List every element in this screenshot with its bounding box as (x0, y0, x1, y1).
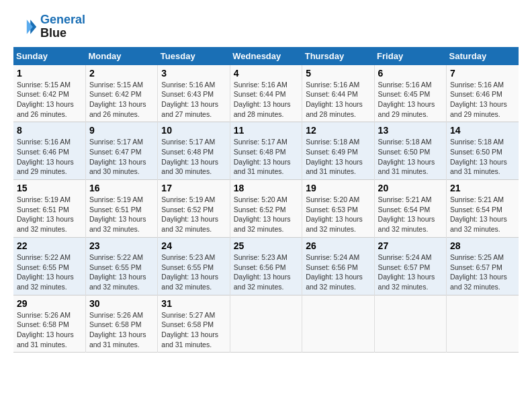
day-info: Sunrise: 5:26 AM Sunset: 6:58 PM Dayligh… (17, 310, 82, 350)
day-number: 15 (17, 183, 82, 193)
calendar-cell: 24 Sunrise: 5:23 AM Sunset: 6:55 PM Dayl… (158, 237, 230, 295)
calendar-cell: 31 Sunrise: 5:27 AM Sunset: 6:58 PM Dayl… (158, 295, 230, 353)
day-number: 3 (161, 68, 226, 79)
day-info: Sunrise: 5:23 AM Sunset: 6:56 PM Dayligh… (234, 253, 298, 292)
day-info: Sunrise: 5:22 AM Sunset: 6:55 PM Dayligh… (17, 253, 82, 292)
day-number: 21 (450, 183, 515, 193)
day-info: Sunrise: 5:21 AM Sunset: 6:54 PM Dayligh… (450, 195, 515, 234)
day-info: Sunrise: 5:16 AM Sunset: 6:45 PM Dayligh… (378, 80, 443, 120)
calendar-cell: 5 Sunrise: 5:16 AM Sunset: 6:44 PM Dayli… (302, 65, 374, 122)
day-info: Sunrise: 5:19 AM Sunset: 6:52 PM Dayligh… (161, 195, 226, 234)
day-info: Sunrise: 5:16 AM Sunset: 6:46 PM Dayligh… (450, 80, 515, 120)
day-info: Sunrise: 5:16 AM Sunset: 6:46 PM Dayligh… (17, 137, 82, 177)
day-info: Sunrise: 5:22 AM Sunset: 6:55 PM Dayligh… (89, 253, 154, 292)
calendar-cell: 28 Sunrise: 5:25 AM Sunset: 6:57 PM Dayl… (447, 237, 519, 295)
day-number: 16 (89, 183, 154, 193)
logo: General Blue (13, 13, 85, 40)
page-header: General Blue (13, 13, 519, 40)
day-number: 2 (89, 68, 154, 79)
day-number: 26 (306, 240, 370, 251)
day-number: 28 (450, 240, 515, 251)
day-number: 7 (450, 68, 515, 79)
calendar-cell: 8 Sunrise: 5:16 AM Sunset: 6:46 PM Dayli… (13, 122, 85, 180)
calendar-cell: 22 Sunrise: 5:22 AM Sunset: 6:55 PM Dayl… (13, 237, 85, 295)
calendar-cell (302, 295, 374, 353)
calendar-cell: 11 Sunrise: 5:17 AM Sunset: 6:48 PM Dayl… (230, 122, 302, 180)
day-info: Sunrise: 5:18 AM Sunset: 6:50 PM Dayligh… (450, 137, 515, 177)
calendar-cell: 18 Sunrise: 5:20 AM Sunset: 6:52 PM Dayl… (230, 180, 302, 238)
day-info: Sunrise: 5:17 AM Sunset: 6:48 PM Dayligh… (234, 137, 298, 177)
day-number: 29 (17, 298, 82, 309)
day-number: 19 (306, 183, 370, 193)
day-number: 9 (89, 125, 154, 136)
day-number: 6 (378, 68, 443, 79)
day-info: Sunrise: 5:23 AM Sunset: 6:55 PM Dayligh… (161, 253, 226, 292)
day-number: 13 (378, 125, 443, 136)
day-info: Sunrise: 5:24 AM Sunset: 6:56 PM Dayligh… (306, 253, 370, 292)
calendar-cell: 14 Sunrise: 5:18 AM Sunset: 6:50 PM Dayl… (447, 122, 519, 180)
calendar-cell: 25 Sunrise: 5:23 AM Sunset: 6:56 PM Dayl… (230, 237, 302, 295)
day-info: Sunrise: 5:26 AM Sunset: 6:58 PM Dayligh… (89, 310, 154, 350)
day-number: 12 (306, 125, 370, 136)
calendar-cell: 1 Sunrise: 5:15 AM Sunset: 6:42 PM Dayli… (13, 65, 85, 122)
logo-text: General Blue (40, 13, 85, 40)
day-info: Sunrise: 5:17 AM Sunset: 6:47 PM Dayligh… (89, 137, 154, 177)
calendar-week-4: 22 Sunrise: 5:22 AM Sunset: 6:55 PM Dayl… (13, 237, 519, 295)
day-number: 23 (89, 240, 154, 251)
calendar-cell: 26 Sunrise: 5:24 AM Sunset: 6:56 PM Dayl… (302, 237, 374, 295)
calendar-cell: 7 Sunrise: 5:16 AM Sunset: 6:46 PM Dayli… (447, 65, 519, 122)
day-info: Sunrise: 5:18 AM Sunset: 6:49 PM Dayligh… (306, 137, 370, 177)
day-number: 14 (450, 125, 515, 136)
calendar-week-3: 15 Sunrise: 5:19 AM Sunset: 6:51 PM Dayl… (13, 180, 519, 238)
day-number: 24 (161, 240, 226, 251)
calendar-cell (447, 295, 519, 353)
day-number: 20 (378, 183, 443, 193)
calendar-cell: 4 Sunrise: 5:16 AM Sunset: 6:44 PM Dayli… (230, 65, 302, 122)
day-info: Sunrise: 5:25 AM Sunset: 6:57 PM Dayligh… (450, 253, 515, 292)
day-number: 31 (161, 298, 226, 309)
calendar-cell: 20 Sunrise: 5:21 AM Sunset: 6:54 PM Dayl… (374, 180, 446, 238)
col-header-sunday: Sunday (13, 47, 85, 65)
day-number: 22 (17, 240, 82, 251)
day-info: Sunrise: 5:16 AM Sunset: 6:44 PM Dayligh… (306, 80, 370, 120)
day-info: Sunrise: 5:24 AM Sunset: 6:57 PM Dayligh… (378, 253, 443, 292)
calendar-cell (230, 295, 302, 353)
col-header-tuesday: Tuesday (158, 47, 230, 65)
calendar-cell: 6 Sunrise: 5:16 AM Sunset: 6:45 PM Dayli… (374, 65, 446, 122)
calendar-cell: 17 Sunrise: 5:19 AM Sunset: 6:52 PM Dayl… (158, 180, 230, 238)
calendar-cell: 30 Sunrise: 5:26 AM Sunset: 6:58 PM Dayl… (85, 295, 157, 353)
day-info: Sunrise: 5:19 AM Sunset: 6:51 PM Dayligh… (89, 195, 154, 234)
calendar-cell: 9 Sunrise: 5:17 AM Sunset: 6:47 PM Dayli… (85, 122, 157, 180)
col-header-monday: Monday (85, 47, 157, 65)
day-info: Sunrise: 5:16 AM Sunset: 6:44 PM Dayligh… (234, 80, 298, 120)
day-number: 11 (234, 125, 298, 136)
day-info: Sunrise: 5:19 AM Sunset: 6:51 PM Dayligh… (17, 195, 82, 234)
calendar-cell: 10 Sunrise: 5:17 AM Sunset: 6:48 PM Dayl… (158, 122, 230, 180)
day-info: Sunrise: 5:21 AM Sunset: 6:54 PM Dayligh… (378, 195, 443, 234)
day-number: 8 (17, 125, 82, 136)
col-header-thursday: Thursday (302, 47, 374, 65)
calendar-cell: 16 Sunrise: 5:19 AM Sunset: 6:51 PM Dayl… (85, 180, 157, 238)
calendar-cell: 2 Sunrise: 5:15 AM Sunset: 6:42 PM Dayli… (85, 65, 157, 122)
day-info: Sunrise: 5:20 AM Sunset: 6:52 PM Dayligh… (234, 195, 298, 234)
calendar-table: SundayMondayTuesdayWednesdayThursdayFrid… (13, 47, 519, 353)
calendar-week-5: 29 Sunrise: 5:26 AM Sunset: 6:58 PM Dayl… (13, 295, 519, 353)
day-number: 17 (161, 183, 226, 193)
day-number: 4 (234, 68, 298, 79)
calendar-cell: 13 Sunrise: 5:18 AM Sunset: 6:50 PM Dayl… (374, 122, 446, 180)
day-info: Sunrise: 5:18 AM Sunset: 6:50 PM Dayligh… (378, 137, 443, 177)
col-header-wednesday: Wednesday (230, 47, 302, 65)
logo-icon (13, 15, 38, 39)
calendar-cell: 27 Sunrise: 5:24 AM Sunset: 6:57 PM Dayl… (374, 237, 446, 295)
day-info: Sunrise: 5:27 AM Sunset: 6:58 PM Dayligh… (161, 310, 226, 350)
col-header-friday: Friday (374, 47, 446, 65)
day-info: Sunrise: 5:17 AM Sunset: 6:48 PM Dayligh… (161, 137, 226, 177)
day-number: 18 (234, 183, 298, 193)
calendar-cell: 21 Sunrise: 5:21 AM Sunset: 6:54 PM Dayl… (447, 180, 519, 238)
calendar-week-2: 8 Sunrise: 5:16 AM Sunset: 6:46 PM Dayli… (13, 122, 519, 180)
day-info: Sunrise: 5:15 AM Sunset: 6:42 PM Dayligh… (17, 80, 82, 120)
col-header-saturday: Saturday (447, 47, 519, 65)
day-number: 5 (306, 68, 370, 79)
day-number: 25 (234, 240, 298, 251)
day-number: 30 (89, 298, 154, 309)
